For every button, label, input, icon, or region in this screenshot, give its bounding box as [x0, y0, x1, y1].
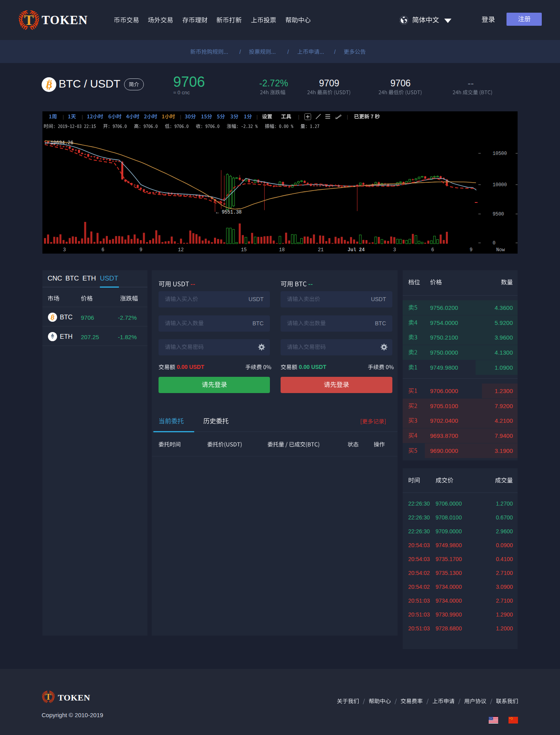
svg-text:12: 12 — [178, 247, 183, 253]
svg-text:0: 0 — [493, 241, 495, 246]
svg-text:9: 9 — [140, 247, 142, 253]
svg-text:3: 3 — [63, 247, 66, 253]
svg-text:T: T — [24, 12, 34, 28]
svg-text:10500: 10500 — [493, 151, 507, 157]
svg-text:10000: 10000 — [493, 182, 507, 188]
svg-text:21: 21 — [318, 247, 323, 253]
svg-text:15: 15 — [241, 247, 247, 253]
svg-text:6: 6 — [431, 247, 434, 253]
svg-text:← 9551.38: ← 9551.38 — [216, 210, 242, 215]
svg-text:← 10694.26: ← 10694.26 — [45, 140, 73, 146]
svg-text:18: 18 — [279, 247, 285, 253]
svg-text:Now: Now — [496, 247, 505, 253]
svg-text:Jul 24: Jul 24 — [348, 247, 365, 253]
svg-text:9: 9 — [470, 247, 472, 253]
svg-text:6: 6 — [101, 247, 104, 253]
svg-text:9500: 9500 — [493, 212, 504, 217]
svg-text:3: 3 — [393, 247, 396, 253]
svg-text:T: T — [46, 692, 52, 702]
